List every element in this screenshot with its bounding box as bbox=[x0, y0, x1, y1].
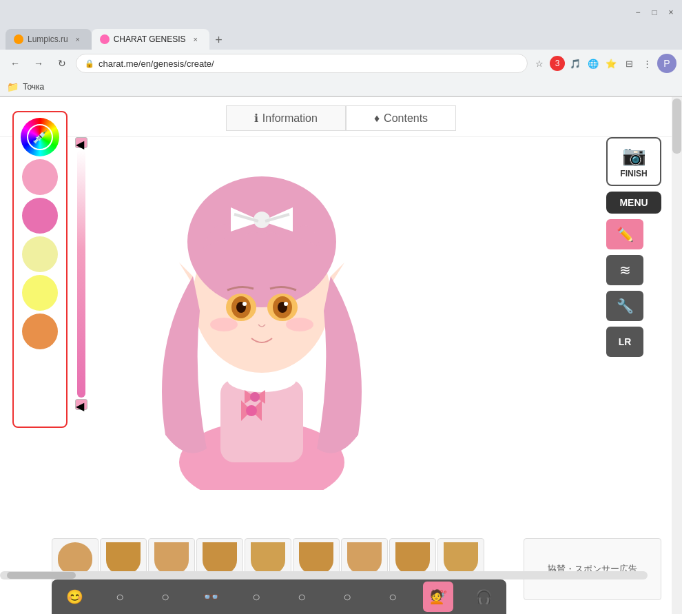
tab-close-charat[interactable]: × bbox=[190, 34, 201, 45]
svg-point-6 bbox=[246, 405, 257, 416]
color-swatch-4[interactable] bbox=[22, 275, 58, 311]
svg-point-27 bbox=[286, 318, 313, 331]
extension-music-icon[interactable]: 🎵 bbox=[568, 56, 583, 71]
bookmark-folder-icon: 📁 bbox=[7, 81, 19, 92]
more-options-icon[interactable]: ⋮ bbox=[639, 56, 654, 71]
camera-icon: 📷 bbox=[616, 144, 652, 167]
bottom-icon-shape5[interactable]: ○ bbox=[332, 582, 362, 612]
tool-btn-lr[interactable]: LR bbox=[606, 327, 643, 357]
wrench-icon: 🔧 bbox=[617, 298, 634, 314]
bottom-icon-shape2[interactable]: ○ bbox=[150, 582, 180, 612]
bookmark-star-icon[interactable]: ☆ bbox=[532, 56, 547, 71]
slider-thumb-bottom[interactable]: ◀ bbox=[75, 399, 87, 410]
profile-avatar[interactable]: P bbox=[657, 54, 676, 73]
bottom-icon-shape1[interactable]: ○ bbox=[105, 582, 135, 612]
svg-point-26 bbox=[210, 318, 238, 331]
svg-point-25 bbox=[284, 302, 288, 306]
maximize-btn[interactable]: □ bbox=[649, 7, 660, 18]
finish-label: FINISH bbox=[620, 169, 647, 178]
pattern-icon: ≋ bbox=[619, 262, 631, 278]
color-wheel[interactable]: 💉 bbox=[21, 118, 59, 156]
color-swatch-1[interactable] bbox=[22, 159, 58, 195]
color-swatch-5[interactable] bbox=[22, 314, 58, 349]
tab-favicon-charat bbox=[100, 34, 110, 44]
address-input[interactable]: 🔒 charat.me/en/genesis/create/ bbox=[76, 54, 528, 73]
tab-lumpics[interactable]: Lumpics.ru × bbox=[6, 29, 92, 50]
slider-track[interactable] bbox=[77, 150, 85, 398]
bottom-icon-bar: 😊 ○ ○ 👓 ○ ○ ○ ○ 💇 🎧 bbox=[52, 579, 506, 614]
browser-chrome: − □ × Lumpics.ru × CHARAT GENESIS × + ← … bbox=[0, 0, 682, 97]
minimize-btn[interactable]: − bbox=[632, 7, 643, 18]
tab-bar: Lumpics.ru × CHARAT GENESIS × + bbox=[0, 25, 682, 50]
bottom-icon-face[interactable]: 😊 bbox=[59, 582, 90, 612]
address-text: charat.me/en/genesis/create/ bbox=[99, 59, 214, 69]
bottom-icon-hair[interactable]: 💇 bbox=[423, 582, 453, 612]
horizontal-scrollbar[interactable] bbox=[0, 571, 648, 579]
finish-button[interactable]: 📷 FINISH bbox=[606, 137, 661, 186]
title-bar: − □ × bbox=[0, 0, 682, 25]
tool-btn-draw[interactable]: ✏️ bbox=[606, 219, 643, 249]
menu-label: MENU bbox=[619, 197, 648, 208]
right-panel-buttons: 📷 FINISH MENU ✏️ ≋ 🔧 LR bbox=[606, 137, 661, 357]
color-swatch-2[interactable] bbox=[22, 198, 58, 234]
menu-button[interactable]: MENU bbox=[606, 192, 661, 214]
draw-icon: ✏️ bbox=[617, 226, 634, 243]
scrollbar[interactable] bbox=[672, 97, 682, 614]
tab-label-lumpics: Lumpics.ru bbox=[28, 34, 68, 44]
svg-point-30 bbox=[250, 392, 260, 402]
title-bar-controls: − □ × bbox=[632, 7, 676, 18]
profile-warning-icon[interactable]: 3 bbox=[550, 56, 565, 71]
refresh-btn[interactable]: ↻ bbox=[52, 54, 72, 73]
address-icons: ☆ 3 🎵 🌐 ⭐ ⊟ ⋮ P bbox=[532, 54, 676, 73]
lr-icon: LR bbox=[619, 336, 632, 347]
forward-btn[interactable]: → bbox=[29, 54, 48, 73]
h-scrollbar-thumb[interactable] bbox=[7, 572, 76, 579]
sponsor-box: 協賛・スポンサー広告 bbox=[524, 538, 661, 600]
slider-thumb-top[interactable]: ◀ bbox=[75, 137, 87, 148]
extension-globe-icon[interactable]: 🌐 bbox=[586, 56, 601, 71]
scrollbar-thumb[interactable] bbox=[672, 99, 681, 154]
close-btn[interactable]: × bbox=[665, 7, 676, 18]
bookmark-label[interactable]: Точка bbox=[23, 82, 44, 92]
svg-point-24 bbox=[242, 302, 247, 306]
tab-charat[interactable]: CHARAT GENESIS × bbox=[92, 29, 209, 50]
bottom-icon-shape6[interactable]: ○ bbox=[378, 582, 408, 612]
color-palette: 💉 bbox=[12, 111, 68, 428]
vertical-slider[interactable]: ◀ ◀ bbox=[74, 137, 88, 427]
bottom-icon-shape4[interactable]: ○ bbox=[287, 582, 317, 612]
color-swatch-3[interactable] bbox=[22, 236, 58, 272]
extension-puzzle-icon[interactable]: ⭐ bbox=[603, 56, 619, 71]
bottom-icon-headphones[interactable]: 🎧 bbox=[468, 582, 499, 612]
lock-icon: 🔒 bbox=[85, 59, 94, 68]
tab-favicon-lumpics bbox=[14, 34, 23, 44]
character-display bbox=[96, 104, 441, 497]
bookmark-bar: 📁 Точка bbox=[0, 77, 682, 96]
tab-close-lumpics[interactable]: × bbox=[72, 34, 83, 45]
tab-label-charat: CHARAT GENESIS bbox=[114, 34, 186, 44]
back-btn[interactable]: ← bbox=[6, 54, 25, 73]
new-tab-btn[interactable]: + bbox=[209, 30, 229, 50]
main-area: ℹ Information ♦ Contents 💉 ◀ ◀ bbox=[0, 97, 682, 614]
tool-btn-pattern[interactable]: ≋ bbox=[606, 255, 643, 285]
tool-btn-wrench[interactable]: 🔧 bbox=[606, 291, 643, 321]
bottom-icon-glasses[interactable]: 👓 bbox=[196, 582, 226, 612]
address-bar: ← → ↻ 🔒 charat.me/en/genesis/create/ ☆ 3… bbox=[0, 50, 682, 77]
bottom-icon-shape3[interactable]: ○ bbox=[241, 582, 271, 612]
character-svg bbox=[96, 104, 427, 490]
svg-text:💉: 💉 bbox=[32, 130, 48, 145]
extension-grid-icon[interactable]: ⊟ bbox=[621, 56, 637, 71]
